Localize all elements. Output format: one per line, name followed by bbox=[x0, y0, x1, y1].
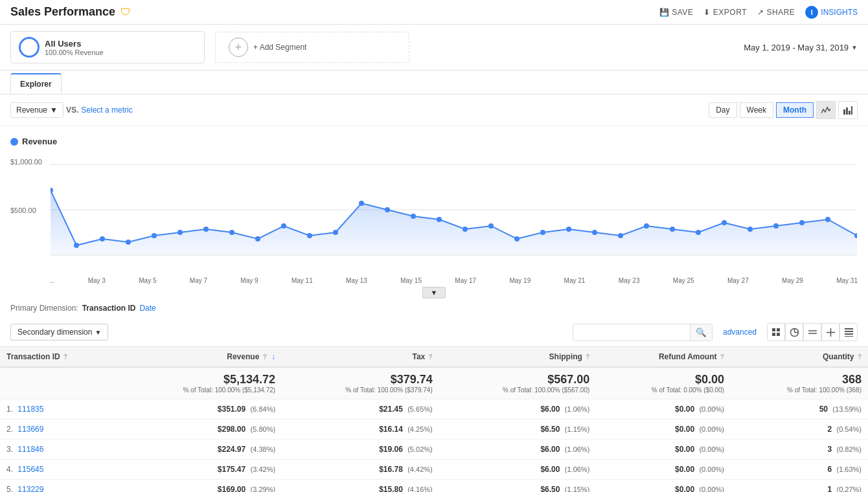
total-tax: $379.74 % of Total: 100.00% ($379.74) bbox=[282, 367, 439, 399]
y-label-500: $500.00 bbox=[10, 207, 36, 214]
export-button[interactable]: ⬇ EXPORT bbox=[703, 8, 747, 17]
chart-collapse[interactable]: ▼ bbox=[10, 287, 858, 298]
chart-collapse-btn[interactable]: ▼ bbox=[422, 287, 446, 298]
transaction-id-link[interactable]: 115645 bbox=[17, 465, 43, 474]
segment-all-users[interactable]: All Users 100.00% Revenue bbox=[10, 31, 205, 63]
page-header: Sales Performance 🛡 💾 SAVE ⬇ EXPORT ↗ SH… bbox=[0, 0, 868, 25]
cell-transaction-id: 5. 113229 bbox=[0, 480, 116, 493]
row-number: 3. bbox=[6, 445, 13, 454]
refund-help[interactable]: ? bbox=[720, 353, 724, 361]
select-metric-link[interactable]: Select a metric bbox=[81, 106, 132, 115]
compare-view-button[interactable] bbox=[803, 323, 821, 341]
bar-chart-button[interactable] bbox=[838, 101, 858, 119]
segment-sub: 100.00% Revenue bbox=[45, 49, 104, 56]
segment-info: All Users 100.00% Revenue bbox=[45, 39, 104, 56]
cell-transaction-id: 1. 111835 bbox=[0, 399, 116, 419]
cell-revenue: $298.00 (5.80%) bbox=[116, 419, 282, 440]
line-chart-button[interactable] bbox=[816, 101, 836, 119]
month-button[interactable]: Month bbox=[776, 102, 814, 118]
share-button[interactable]: ↗ SHARE bbox=[757, 8, 795, 17]
x-axis-labels: ... May 3 May 5 May 7 May 9 May 11 May 1… bbox=[49, 274, 858, 284]
pivot-view-button[interactable] bbox=[821, 323, 839, 341]
svg-point-30 bbox=[644, 223, 649, 229]
cell-refund: $0.00 (0.00%) bbox=[596, 480, 731, 493]
col-header-quantity: Quantity ? bbox=[731, 347, 868, 367]
time-buttons: Day Week Month bbox=[709, 101, 858, 119]
share-icon: ↗ bbox=[757, 8, 764, 17]
transaction-id-link[interactable]: 113669 bbox=[17, 425, 43, 434]
cell-shipping: $6.50 (1.15%) bbox=[439, 419, 597, 440]
date-dim-link[interactable]: Date bbox=[139, 304, 155, 313]
shipping-help[interactable]: ? bbox=[586, 353, 589, 361]
svg-point-35 bbox=[773, 223, 779, 229]
transaction-id-link[interactable]: 111846 bbox=[17, 445, 43, 454]
grid-view-button[interactable] bbox=[767, 323, 785, 341]
date-range[interactable]: May 1, 2019 - May 31, 2019 ▼ bbox=[744, 43, 858, 52]
segment-circle bbox=[19, 37, 40, 58]
col-header-revenue: Revenue ? ↓ bbox=[116, 347, 282, 367]
svg-rect-53 bbox=[845, 336, 853, 337]
search-icon: 🔍 bbox=[696, 328, 707, 337]
search-box: 🔍 bbox=[573, 324, 713, 341]
svg-point-29 bbox=[618, 233, 623, 238]
svg-point-18 bbox=[333, 230, 338, 235]
cell-quantity: 2 (0.54%) bbox=[731, 419, 868, 440]
svg-rect-2 bbox=[849, 111, 851, 115]
save-button[interactable]: 💾 SAVE bbox=[659, 8, 694, 17]
table-icon bbox=[845, 328, 853, 337]
search-input[interactable] bbox=[573, 324, 690, 340]
col-header-refund: Refund Amount ? bbox=[596, 347, 731, 367]
svg-point-37 bbox=[825, 217, 830, 222]
metric-dropdown[interactable]: Revenue ▼ bbox=[10, 102, 63, 118]
cell-refund: $0.00 (0.00%) bbox=[596, 460, 731, 480]
svg-point-33 bbox=[722, 220, 727, 225]
transaction-id-link[interactable]: 111835 bbox=[17, 405, 43, 414]
chart-dot[interactable] bbox=[51, 188, 53, 193]
total-quantity: 368 % of Total: 100.00% (368) bbox=[731, 367, 868, 399]
transaction-id-dim: Transaction ID bbox=[82, 304, 136, 313]
primary-dim-label: Primary Dimension: bbox=[10, 304, 78, 313]
table-view-button[interactable] bbox=[839, 323, 858, 341]
table-row: 5. 113229 $169.00 (3.29%) $15.80 (4.16%)… bbox=[0, 480, 868, 493]
grid-icon bbox=[772, 328, 781, 337]
svg-marker-7 bbox=[51, 190, 857, 255]
svg-rect-40 bbox=[777, 328, 780, 331]
pie-view-button[interactable] bbox=[785, 323, 803, 341]
svg-point-12 bbox=[177, 230, 183, 235]
pivot-icon bbox=[827, 328, 835, 337]
line-chart-icon bbox=[821, 106, 830, 115]
cell-revenue: $224.97 (4.38%) bbox=[116, 440, 282, 460]
advanced-link[interactable]: advanced bbox=[723, 328, 757, 337]
cell-shipping: $6.50 (1.15%) bbox=[439, 480, 597, 493]
cell-tax: $21.45 (5.65%) bbox=[282, 399, 439, 419]
cell-transaction-id: 3. 111846 bbox=[0, 440, 116, 460]
week-button[interactable]: Week bbox=[740, 102, 773, 118]
add-segment-button[interactable]: + + Add Segment bbox=[215, 32, 409, 63]
metric-vs: VS. bbox=[66, 106, 78, 115]
svg-rect-51 bbox=[845, 331, 853, 332]
svg-point-23 bbox=[463, 227, 468, 232]
search-button[interactable]: 🔍 bbox=[690, 324, 712, 341]
secondary-dimension-button[interactable]: Secondary dimension ▼ bbox=[10, 324, 108, 341]
bar-chart-icon bbox=[843, 106, 852, 115]
legend-label: Revenue bbox=[22, 137, 57, 146]
cell-tax: $16.78 (4.42%) bbox=[282, 460, 439, 480]
revenue-help[interactable]: ? bbox=[263, 353, 267, 361]
svg-point-13 bbox=[203, 227, 209, 232]
cell-tax: $16.14 (4.25%) bbox=[282, 419, 439, 440]
export-icon: ⬇ bbox=[703, 8, 711, 17]
cell-shipping: $6.00 (1.06%) bbox=[439, 440, 597, 460]
transaction-id-link[interactable]: 113229 bbox=[17, 485, 43, 492]
cell-refund: $0.00 (0.00%) bbox=[596, 440, 731, 460]
insights-button[interactable]: i INSIGHTS bbox=[805, 6, 858, 19]
cell-transaction-id: 4. 115645 bbox=[0, 460, 116, 480]
svg-rect-42 bbox=[777, 333, 780, 336]
tax-help[interactable]: ? bbox=[429, 353, 433, 361]
tab-explorer[interactable]: Explorer bbox=[10, 73, 62, 94]
chart-svg bbox=[51, 151, 857, 265]
quantity-help[interactable]: ? bbox=[858, 353, 862, 361]
svg-point-20 bbox=[385, 207, 390, 212]
day-button[interactable]: Day bbox=[709, 102, 737, 118]
transaction-id-help[interactable]: ? bbox=[63, 353, 67, 361]
cell-refund: $0.00 (0.00%) bbox=[596, 399, 731, 419]
